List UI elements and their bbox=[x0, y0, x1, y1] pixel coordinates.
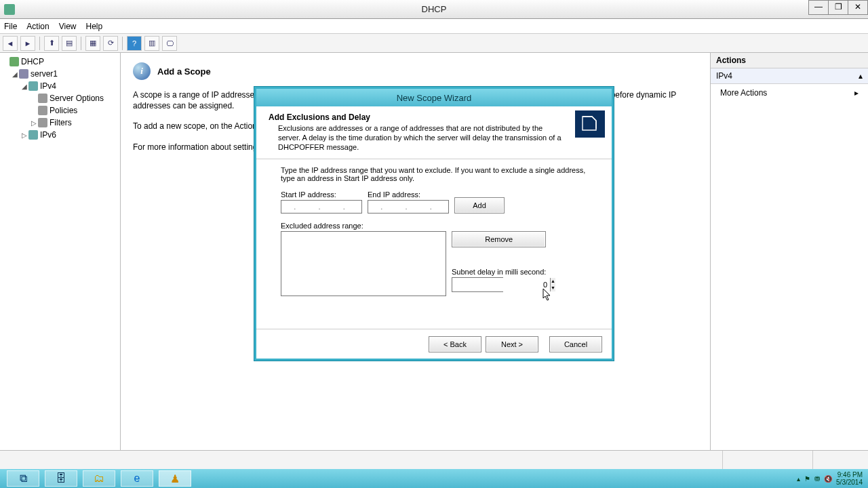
minimize-button[interactable]: — bbox=[808, 0, 829, 15]
new-scope-wizard-dialog: New Scope Wizard Add Exclusions and Dela… bbox=[254, 87, 614, 361]
clock-time: 9:46 PM bbox=[836, 471, 863, 479]
wizard-title: New Scope Wizard bbox=[256, 89, 612, 106]
system-tray[interactable]: ▴ ⚑ ⛃ 🔇 9:46 PM 5/3/2014 bbox=[791, 471, 868, 486]
dhcp-icon: ♟ bbox=[170, 472, 180, 485]
tray-flag-icon[interactable]: ⚑ bbox=[804, 475, 810, 483]
actions-node-header[interactable]: IPv4 ▴ bbox=[711, 68, 868, 84]
properties-button[interactable]: ▥ bbox=[144, 36, 159, 51]
tree-pane: DHCP ◢server1 ◢IPv4 Server Options Polic… bbox=[0, 53, 121, 450]
menu-file[interactable]: File bbox=[4, 22, 17, 31]
export-button[interactable]: ▦ bbox=[85, 36, 100, 51]
back-button[interactable]: ◄ bbox=[3, 36, 18, 51]
taskbar-app-explorer[interactable]: 🗂 bbox=[83, 470, 115, 487]
forward-button[interactable]: ► bbox=[20, 36, 35, 51]
taskbar: ⧉ 🗄 🗂 e ♟ ▴ ⚑ ⛃ 🔇 9:46 PM 5/3/2014 bbox=[0, 469, 868, 488]
tree-server-options[interactable]: Server Options bbox=[1, 92, 119, 104]
excluded-range-label: Excluded address range: bbox=[281, 222, 446, 230]
tree-server[interactable]: ◢server1 bbox=[1, 68, 119, 80]
window-titlebar: DHCP — ❐ ✕ bbox=[0, 0, 868, 19]
subnet-delay-spinner[interactable]: ▲ ▼ bbox=[452, 277, 503, 292]
tree-policies[interactable]: Policies bbox=[1, 104, 119, 117]
window-title: DHCP bbox=[0, 4, 868, 14]
refresh-button[interactable]: ⟳ bbox=[103, 36, 118, 51]
wizard-body: Type the IP address range that you want … bbox=[256, 159, 612, 329]
tray-sound-icon[interactable]: 🔇 bbox=[824, 475, 832, 483]
remove-button[interactable]: Remove bbox=[452, 231, 546, 247]
wizard-section-title: Add Exclusions and Delay bbox=[269, 113, 370, 122]
end-ip-label: End IP address: bbox=[368, 190, 449, 199]
tree-root-dhcp[interactable]: DHCP bbox=[1, 56, 119, 68]
close-button[interactable]: ✕ bbox=[848, 0, 868, 15]
tree-ipv6-label: IPv6 bbox=[40, 130, 56, 140]
collapse-icon: ▴ bbox=[859, 71, 863, 81]
start-ip-label: Start IP address: bbox=[281, 190, 362, 199]
tree-ipv4[interactable]: ◢IPv4 bbox=[1, 80, 119, 92]
subnet-delay-label: Subnet delay in milli second: bbox=[452, 268, 546, 276]
app-icon bbox=[4, 4, 15, 15]
menu-help[interactable]: Help bbox=[86, 22, 103, 31]
help-button[interactable]: ? bbox=[127, 36, 142, 51]
tree-server-label: server1 bbox=[31, 69, 58, 79]
actions-pane: Actions IPv4 ▴ More Actions ▸ bbox=[711, 53, 868, 450]
toolbar: ◄ ► ⬆ ▤ ▦ ⟳ ? ▥ 🖵 bbox=[0, 34, 868, 53]
tree-policies-label: Policies bbox=[50, 106, 77, 115]
tray-chevron-icon[interactable]: ▴ bbox=[797, 475, 800, 483]
spinner-up-icon[interactable]: ▲ bbox=[550, 278, 555, 285]
server-manager-icon: 🗄 bbox=[56, 472, 66, 485]
menubar: File Action View Help bbox=[0, 19, 868, 34]
statusbar bbox=[0, 450, 868, 469]
taskbar-clock[interactable]: 9:46 PM 5/3/2014 bbox=[836, 471, 863, 486]
tree-filters-label: Filters bbox=[50, 118, 72, 127]
cancel-button-wizard[interactable]: Cancel bbox=[549, 336, 602, 352]
subnet-delay-input[interactable] bbox=[452, 278, 550, 291]
maximize-button[interactable]: ❐ bbox=[828, 0, 848, 15]
taskbar-app-ie[interactable]: e bbox=[121, 470, 153, 487]
tree-ipv4-label: IPv4 bbox=[40, 81, 56, 91]
ie-icon: e bbox=[134, 472, 140, 485]
page-heading: iAdd a Scope bbox=[133, 62, 698, 80]
spinner-down-icon[interactable]: ▼ bbox=[550, 285, 555, 291]
manage-button[interactable]: 🖵 bbox=[162, 36, 177, 51]
wizard-header-icon bbox=[575, 110, 605, 138]
show-hide-tree-button[interactable]: ▤ bbox=[62, 36, 77, 51]
tree-filters[interactable]: ▷Filters bbox=[1, 117, 119, 129]
more-actions-label: More Actions bbox=[720, 88, 767, 98]
actions-header: Actions bbox=[711, 53, 868, 68]
add-button[interactable]: Add bbox=[454, 197, 505, 214]
taskbar-app-dhcp[interactable]: ♟ bbox=[159, 470, 191, 487]
excluded-range-listbox[interactable] bbox=[281, 231, 446, 296]
wizard-footer: < Back Next > Cancel bbox=[256, 329, 612, 359]
submenu-arrow-icon: ▸ bbox=[854, 88, 859, 98]
powershell-icon: ⧉ bbox=[20, 472, 27, 485]
tree-server-options-label: Server Options bbox=[50, 94, 104, 103]
tray-network-icon[interactable]: ⛃ bbox=[814, 475, 820, 483]
taskbar-app-server-manager[interactable]: 🗄 bbox=[45, 470, 77, 487]
info-icon: i bbox=[133, 62, 151, 80]
back-button-wizard[interactable]: < Back bbox=[429, 336, 481, 352]
end-ip-input[interactable] bbox=[368, 200, 449, 214]
menu-action[interactable]: Action bbox=[26, 22, 49, 31]
clock-date: 5/3/2014 bbox=[836, 479, 863, 486]
wizard-header: Add Exclusions and Delay Exclusions are … bbox=[256, 106, 612, 159]
more-actions-item[interactable]: More Actions ▸ bbox=[711, 84, 868, 102]
wizard-instruction: Type the IP address range that you want … bbox=[281, 166, 587, 182]
wizard-section-description: Exclusions are addresses or a range of a… bbox=[278, 124, 566, 152]
actions-node-label: IPv4 bbox=[716, 71, 732, 81]
tree-root-label: DHCP bbox=[21, 57, 44, 66]
taskbar-app-powershell[interactable]: ⧉ bbox=[7, 470, 39, 487]
tree-ipv6[interactable]: ▷IPv6 bbox=[1, 129, 119, 141]
up-button[interactable]: ⬆ bbox=[44, 36, 59, 51]
start-ip-input[interactable] bbox=[281, 200, 362, 214]
folder-icon: 🗂 bbox=[94, 472, 104, 485]
menu-view[interactable]: View bbox=[59, 22, 77, 31]
next-button-wizard[interactable]: Next > bbox=[486, 336, 538, 352]
